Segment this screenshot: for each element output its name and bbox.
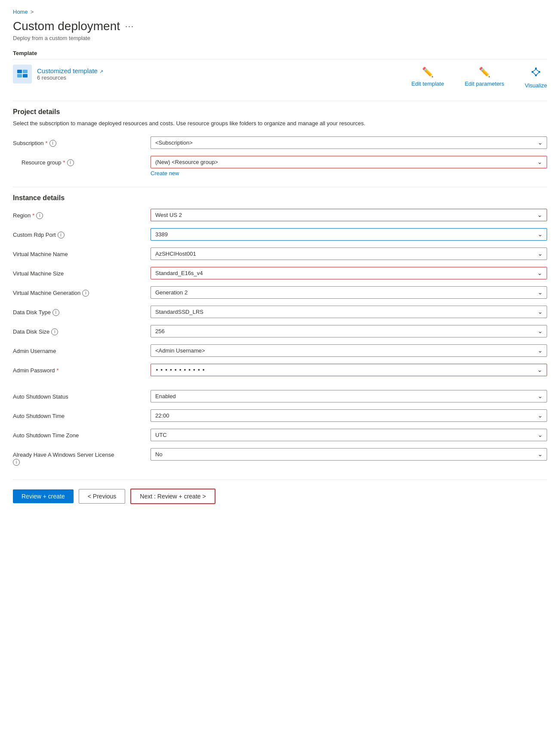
auto-shutdown-timezone-control: UTC	[151, 429, 547, 441]
auto-shutdown-timezone-select-wrapper: UTC	[151, 429, 547, 441]
data-disk-size-label: Data Disk Size i	[13, 325, 142, 335]
admin-username-label: Admin Username	[13, 344, 142, 354]
auto-shutdown-status-control: Enabled	[151, 390, 547, 402]
subscription-label: Subscription * i	[13, 136, 142, 147]
data-disk-size-info-icon[interactable]: i	[51, 328, 58, 335]
data-disk-size-select[interactable]: 256	[151, 325, 547, 337]
vm-size-border: Standard_E16s_v4	[151, 267, 547, 279]
svg-line-8	[532, 69, 536, 72]
custom-rdp-port-control: 3389	[151, 228, 547, 241]
admin-password-input[interactable]	[151, 364, 547, 376]
vm-generation-row: Virtual Machine Generation i Generation …	[13, 286, 547, 299]
already-windows-control: No	[151, 448, 547, 461]
vm-name-select[interactable]: AzSHCIHost001	[151, 248, 547, 260]
subscription-row: Subscription * i <Subscription>	[13, 136, 547, 149]
auto-shutdown-time-control: 22:00	[151, 409, 547, 422]
breadcrumb-home[interactable]: Home	[13, 9, 28, 15]
auto-shutdown-time-select[interactable]: 22:00	[151, 409, 547, 422]
vm-name-label: Virtual Machine Name i	[13, 248, 142, 258]
vm-size-select-wrapper: Standard_E16s_v4	[151, 267, 547, 279]
instance-details-section: Instance details Region * i West US 2 Cu…	[13, 194, 547, 466]
data-disk-type-control: StandardSSD_LRS	[151, 306, 547, 318]
template-section-header: Template	[13, 50, 547, 59]
external-link-icon: ↗	[99, 69, 103, 74]
data-disk-type-select-wrapper: StandardSSD_LRS	[151, 306, 547, 318]
edit-parameters-label: Edit parameters	[465, 80, 504, 87]
page-subtitle: Deploy from a custom template	[13, 35, 547, 41]
edit-parameters-button[interactable]: ✏️ Edit parameters	[465, 67, 504, 89]
svg-rect-1	[23, 70, 28, 73]
svg-line-10	[532, 72, 536, 75]
resource-group-border: (New) <Resource group>	[151, 156, 547, 168]
template-card: Customized template ↗ 6 resources	[13, 65, 103, 84]
auto-shutdown-timezone-label: Auto Shutdown Time Zone	[13, 429, 142, 439]
vm-size-label: Virtual Machine Size	[13, 267, 142, 277]
data-disk-size-row: Data Disk Size i 256	[13, 325, 547, 337]
vm-generation-select[interactable]: Generation 2	[151, 286, 547, 299]
subscription-info-icon[interactable]: i	[49, 140, 56, 147]
footer-bar: Review + create < Previous Next : Review…	[13, 480, 547, 504]
admin-password-row: Admin Password *	[13, 364, 547, 376]
region-select[interactable]: West US 2	[151, 209, 547, 221]
visualize-label: Visualize	[525, 82, 547, 89]
already-windows-select[interactable]: No	[151, 448, 547, 461]
more-options-button[interactable]: ···	[125, 22, 134, 31]
resource-group-required-marker: *	[63, 159, 65, 166]
auto-shutdown-time-select-wrapper: 22:00	[151, 409, 547, 422]
edit-template-button[interactable]: ✏️ Edit template	[412, 67, 444, 89]
vm-generation-info-icon[interactable]: i	[82, 290, 89, 297]
template-name-link[interactable]: Customized template	[37, 67, 98, 74]
create-new-link[interactable]: Create new	[151, 170, 547, 176]
auto-shutdown-time-row: Auto Shutdown Time 22:00	[13, 409, 547, 422]
region-info-icon[interactable]: i	[36, 212, 43, 219]
visualize-icon	[531, 67, 541, 80]
resource-group-select[interactable]: (New) <Resource group>	[151, 156, 547, 168]
previous-button[interactable]: < Previous	[79, 489, 126, 504]
data-disk-type-select[interactable]: StandardSSD_LRS	[151, 306, 547, 318]
admin-password-border	[151, 364, 547, 376]
admin-username-select[interactable]: <Admin Username>	[151, 344, 547, 357]
template-icon	[13, 65, 32, 84]
data-disk-type-row: Data Disk Type i StandardSSD_LRS	[13, 306, 547, 318]
auto-shutdown-timezone-select[interactable]: UTC	[151, 429, 547, 441]
edit-template-icon: ✏️	[422, 67, 434, 78]
data-disk-size-select-wrapper: 256	[151, 325, 547, 337]
auto-shutdown-timezone-row: Auto Shutdown Time Zone UTC	[13, 429, 547, 441]
subscription-select[interactable]: <Subscription>	[151, 136, 547, 149]
resource-group-select-wrapper: (New) <Resource group>	[151, 156, 547, 168]
vm-size-select[interactable]: Standard_E16s_v4	[151, 267, 547, 279]
custom-rdp-port-label: Custom Rdp Port i	[13, 228, 142, 238]
review-create-button[interactable]: Review + create	[13, 489, 74, 503]
auto-shutdown-status-select-wrapper: Enabled	[151, 390, 547, 402]
custom-rdp-port-info-icon[interactable]: i	[58, 232, 65, 238]
auto-shutdown-status-label: Auto Shutdown Status	[13, 390, 142, 400]
already-windows-label: Already Have A Windows Server License i	[13, 448, 142, 466]
resource-group-info-icon[interactable]: i	[67, 159, 74, 166]
project-details-desc: Select the subscription to manage deploy…	[13, 119, 547, 128]
region-required-marker: *	[32, 212, 34, 219]
project-details-section: Project details Select the subscription …	[13, 108, 547, 176]
admin-username-row: Admin Username <Admin Username>	[13, 344, 547, 357]
vm-size-control: Standard_E16s_v4	[151, 267, 547, 279]
next-review-create-button[interactable]: Next : Review + create >	[130, 489, 215, 504]
region-row: Region * i West US 2	[13, 209, 547, 221]
data-disk-size-control: 256	[151, 325, 547, 337]
vm-size-row: Virtual Machine Size Standard_E16s_v4	[13, 267, 547, 279]
auto-shutdown-status-select[interactable]: Enabled	[151, 390, 547, 402]
visualize-button[interactable]: Visualize	[525, 67, 547, 89]
region-border: West US 2	[151, 209, 547, 221]
page-title: Custom deployment	[13, 19, 120, 33]
svg-rect-4	[535, 68, 537, 69]
resource-group-row: Resource group * i (New) <Resource group…	[13, 156, 547, 176]
data-disk-type-info-icon[interactable]: i	[52, 309, 59, 316]
auto-shutdown-time-label: Auto Shutdown Time	[13, 409, 142, 419]
project-details-title: Project details	[13, 108, 547, 116]
admin-username-select-wrapper: <Admin Username>	[151, 344, 547, 357]
region-select-wrapper: West US 2	[151, 209, 547, 221]
divider-2	[13, 187, 547, 187]
instance-details-title: Instance details	[13, 194, 547, 202]
already-windows-info-icon[interactable]: i	[13, 459, 20, 466]
custom-rdp-port-row: Custom Rdp Port i 3389	[13, 228, 547, 241]
vm-generation-label: Virtual Machine Generation i	[13, 286, 142, 297]
custom-rdp-port-select[interactable]: 3389	[151, 228, 547, 241]
